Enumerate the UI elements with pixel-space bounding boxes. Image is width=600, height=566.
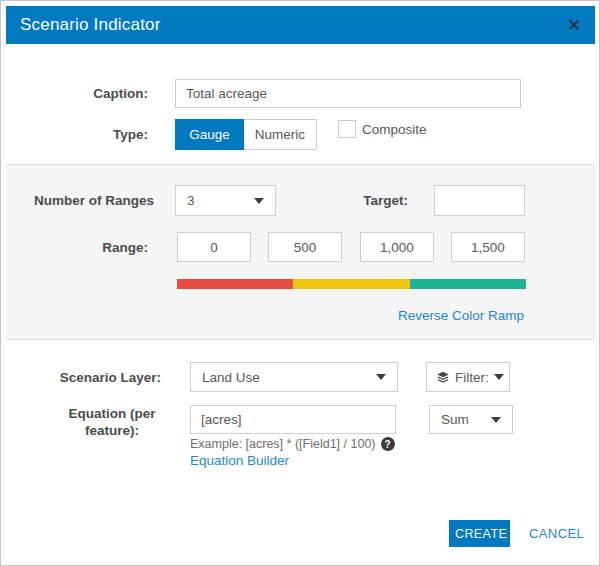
number-of-ranges-label: Number of Ranges [6,193,154,209]
equation-input[interactable] [190,405,396,434]
number-of-ranges-value: 3 [187,193,195,208]
aggregation-value: Sum [441,412,469,427]
help-icon[interactable]: ? [381,437,395,451]
equation-example-text: Example: [acres] * ([Field1] / 100) [190,437,376,451]
filter-button[interactable]: Filter: [426,362,510,392]
composite-label: Composite [362,122,427,137]
caption-input[interactable] [175,79,521,108]
equation-builder-link[interactable]: Equation Builder [190,453,289,468]
range-input-3[interactable] [360,232,434,262]
aggregation-select[interactable]: Sum [429,405,513,434]
range-input-1[interactable] [177,232,251,262]
target-input[interactable] [434,185,525,216]
filter-label: Filter: [455,370,489,385]
reverse-color-ramp-link[interactable]: Reverse Color Ramp [398,308,524,323]
type-gauge-button[interactable]: Gauge [175,119,244,150]
scenario-indicator-dialog: Scenario Indicator ✕ Caption: Type: Gaug… [0,0,600,566]
equation-label-line1: Equation (per [61,405,163,422]
color-ramp [177,279,526,289]
close-button[interactable]: ✕ [553,6,595,44]
create-button[interactable]: CREATE [449,520,510,547]
dialog-header: Scenario Indicator ✕ [6,6,595,44]
range-input-2[interactable] [268,232,342,262]
equation-label: Equation (per feature): [61,405,163,439]
chevron-down-icon [491,417,501,423]
equation-example-row: Example: [acres] * ([Field1] / 100) ? [190,437,395,451]
scenario-layer-label: Scenario Layer: [6,370,161,386]
equation-label-line2: feature): [61,422,163,439]
caption-label: Caption: [6,86,148,102]
close-icon: ✕ [567,17,581,34]
ramp-segment-red [177,279,293,289]
ramp-segment-yellow [293,279,409,289]
composite-checkbox[interactable] [338,120,356,138]
ramp-segment-green [410,279,526,289]
dialog-title: Scenario Indicator [6,15,161,35]
cancel-link[interactable]: CANCEL [529,526,584,541]
scenario-layer-value: Land Use [202,370,260,385]
chevron-down-icon [376,374,386,380]
type-numeric-button[interactable]: Numeric [244,119,317,150]
scenario-layer-select[interactable]: Land Use [190,362,398,392]
chevron-down-icon [254,198,264,204]
number-of-ranges-select[interactable]: 3 [175,185,276,216]
range-label: Range: [6,240,148,256]
type-label: Type: [6,127,148,143]
chevron-down-icon [494,374,504,380]
target-label: Target: [331,193,408,209]
layers-icon [436,371,450,384]
range-input-4[interactable] [451,232,525,262]
